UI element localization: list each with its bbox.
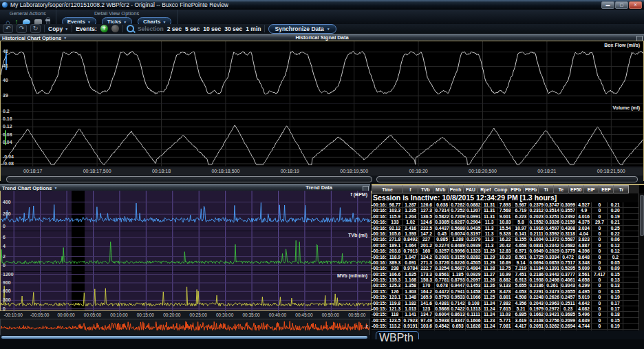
table-row[interactable]: -00:15:42.2119.81.182141.60.43810.71420.…	[372, 301, 639, 306]
historical-scrollbar-thumb[interactable]	[6, 176, 372, 182]
interval-30sec[interactable]: 30 sec	[224, 25, 242, 32]
table-row[interactable]: -00:16:18.2189.11.064201.20.22740.84890.…	[372, 243, 639, 248]
table-row[interactable]: -00:15:50.2135.31.168158.30.77810.87930.…	[372, 277, 639, 283]
table-row[interactable]: -00:16:36.2103.31.235127.30.73140.72520.…	[372, 208, 639, 213]
cell-value: 0.3254	[435, 266, 451, 271]
table-scrollbar-thumb[interactable]	[640, 195, 644, 236]
historical-scrollbar[interactable]	[1, 176, 643, 182]
table-row[interactable]: -00:16:20.2271.80.84922270.8851.2880.237…	[372, 237, 639, 242]
tab-wbpth[interactable]: WBPth	[376, 331, 419, 339]
cell-value: 0	[592, 260, 608, 265]
table-row[interactable]: -00:15:56.2106.61.625173.30.85611.1850.0…	[372, 272, 639, 277]
column-header-f[interactable]: f	[402, 185, 418, 193]
refresh-icon[interactable]: ↻	[30, 24, 41, 33]
column-header-pefb[interactable]: PEFb	[523, 185, 539, 193]
column-header-tr[interactable]: Tr	[613, 185, 629, 193]
table-row[interactable]: -00:16:26.2105.61.393147.20.450.60740.31…	[372, 231, 639, 237]
column-header-tvb[interactable]: TVb	[418, 185, 433, 193]
synchronize-data-button[interactable]: Synchronize Data▼	[268, 24, 336, 34]
column-header-eep[interactable]: EEP	[599, 185, 614, 193]
trend-scrollbar[interactable]	[0, 335, 370, 339]
table-row[interactable]: -00:15:32.2113.20.9191103.60.45420.6530.…	[372, 324, 639, 329]
cell-time: -00:16:34.2	[372, 214, 387, 219]
interval-2sec[interactable]: 2 sec	[167, 25, 182, 32]
box-flow-chart[interactable]: Box Flow (ml/s) 42414039	[1, 41, 643, 104]
table-row[interactable]: -00:15:48.2125.31.3581700.6780.94470.145…	[372, 283, 639, 288]
x-tick: 00:18:20	[409, 169, 427, 173]
table-row[interactable]: -00:15:38.21181.141134.70.60040.86130.11…	[372, 312, 639, 317]
volume-chart[interactable]: Volume (ml) 0.20.160.120.080.04-0.04-0.0…	[1, 104, 643, 167]
maximize-button[interactable]: ▢	[615, 1, 628, 9]
table-scrollbar[interactable]	[638, 193, 644, 332]
cell-value: 103.6	[419, 324, 435, 328]
y-tick: -0.04	[3, 154, 14, 160]
f-trend-chart[interactable]: f (BPM) 4002000	[1, 191, 371, 231]
cell-value: 4.744	[577, 324, 592, 328]
column-header-eip[interactable]: EIP	[583, 185, 599, 193]
cell-value: 11.25	[482, 295, 497, 299]
tvb-trend-chart[interactable]: TVb (ml) 6420	[1, 231, 371, 272]
title-bar[interactable]: My Laboratory/soper/cr120151008.2 WBP/cr…	[0, 0, 644, 10]
x-tick: 00:18:17,500	[83, 169, 111, 173]
interval-5sec[interactable]: 5 sec	[185, 25, 200, 32]
cell-value: 4.04	[577, 231, 592, 236]
column-header-time[interactable]: Time	[372, 185, 403, 193]
table-row[interactable]: -00:15:44.2123.11.348165.90.57530.95330.…	[372, 295, 639, 300]
cell-value: 105.6	[387, 231, 403, 236]
add-event-button[interactable]: +	[100, 25, 108, 32]
table-row[interactable]: -00:16:38.298.771.287126.60.6380.72820.0…	[372, 202, 639, 208]
trend-scrollbar-thumb[interactable]	[1, 336, 367, 339]
cell-value: 11.3	[482, 231, 497, 236]
cell-value: 6.885	[513, 312, 529, 317]
column-header-mvb[interactable]: MVb	[433, 185, 449, 193]
table-row[interactable]: -00:16:32.21331.02124.60.33850.62870.290…	[372, 220, 639, 225]
historical-scrollbar-track[interactable]	[376, 176, 638, 182]
table-row[interactable]: -00:16:02.22380.9784222.70.32540.56070.4…	[372, 266, 639, 271]
column-header-te[interactable]: Te	[553, 185, 569, 193]
cell-value: 11.29	[482, 248, 497, 253]
cell-value: 118	[387, 312, 403, 317]
table-row[interactable]: -00:16:06.2389.30.691271.30.37260.62260.…	[372, 260, 639, 266]
overview-chart[interactable]: f	[0, 319, 370, 336]
x-tick: 00:30:00	[216, 313, 233, 317]
column-header-pau[interactable]: PAU	[463, 185, 479, 193]
close-button[interactable]: ✕	[629, 1, 642, 9]
table-row[interactable]: -00:16:28.292.122.416222.50.44370.56880.…	[372, 226, 639, 231]
cell-value: 227	[419, 237, 435, 242]
table-row[interactable]: -00:15:34.2123.50.792397.490.59380.83470…	[372, 318, 639, 324]
column-header-ti[interactable]: Ti	[538, 185, 554, 193]
mvb-trend-label: MVb (ml/min)	[337, 273, 367, 278]
y-tick: 0	[3, 224, 6, 229]
cell-time: -00:15:32.2	[372, 324, 387, 328]
record-event-button[interactable]	[111, 25, 119, 32]
table-row[interactable]: -00:15:40.2121.31.0131230.58680.74220.13…	[372, 306, 639, 312]
cell-value: 11.3	[482, 237, 497, 242]
table-row[interactable]: -00:16:16.2203.80.79131600.32570.59960.1…	[372, 248, 639, 254]
column-header-rpef[interactable]: Rpef	[477, 185, 493, 193]
table-row[interactable]: -00:16:34.2115.91.204136.50.58220.72090.…	[372, 214, 639, 220]
interval-10sec[interactable]: 10 sec	[203, 25, 221, 32]
interval-1min[interactable]: 1 min	[246, 25, 261, 32]
redo-icon[interactable]: ↷	[17, 24, 27, 33]
cell-value: 0.3155	[450, 255, 466, 260]
column-header-penh[interactable]: Penh	[448, 185, 464, 193]
window-title: My Laboratory/soper/cr120151008.2 WBP/cr…	[10, 1, 228, 8]
cell-value: 0.9447	[450, 283, 466, 288]
cell-value: 121.3	[387, 306, 403, 311]
undo-icon[interactable]: ↶	[3, 24, 13, 33]
cell-value: 0.2081	[435, 255, 451, 260]
chevron-down-icon: ▼	[87, 20, 91, 24]
cell-value: 0.1372	[545, 237, 561, 242]
column-header-comp[interactable]: Comp	[493, 185, 508, 193]
mvb-trend-chart[interactable]: MVb (ml/min) 12009006003000	[1, 272, 371, 313]
cell-value: 0.05	[608, 260, 623, 265]
column-header-pifb[interactable]: PIFb	[508, 185, 524, 193]
cell-value: 0.7422	[450, 306, 466, 311]
copy-button[interactable]: Copy▼	[48, 25, 68, 32]
zoom-selection-icon[interactable]	[127, 25, 134, 32]
column-header-ef50[interactable]: EF50	[568, 185, 584, 193]
y-tick: 400	[3, 200, 11, 205]
table-row[interactable]: -00:16:10.2118.91.047124.20.20810.31550.…	[372, 255, 639, 260]
minimize-button[interactable]: ▬	[601, 1, 614, 9]
table-row[interactable]: -00:15:46.21261.303164.20.44720.79410.14…	[372, 289, 639, 295]
